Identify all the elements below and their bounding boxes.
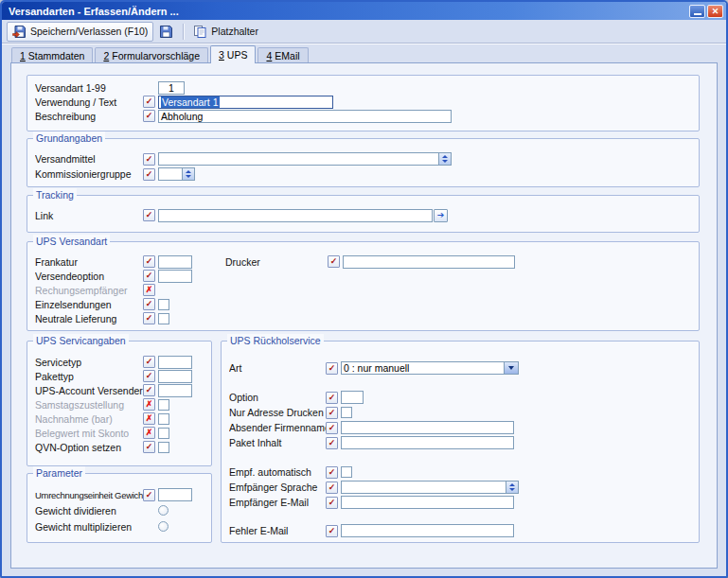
tab-stammdaten[interactable]: 1 Stammdaten [11, 47, 93, 62]
absender-active-toggle[interactable]: ✓ [326, 422, 338, 434]
nur-adresse-active-toggle[interactable]: ✓ [326, 407, 338, 419]
versendeoption-input[interactable] [158, 270, 192, 283]
link-open-button[interactable]: ➔ [434, 209, 448, 222]
pakettyp-input[interactable] [158, 370, 192, 383]
placeholder-copy-icon [193, 25, 207, 39]
spin-down-icon [509, 488, 515, 491]
einzelsendungen-row: Einzelsendungen ✓ [27, 297, 699, 311]
empf-automatisch-checkbox[interactable] [341, 466, 352, 478]
absender-input[interactable] [341, 421, 514, 434]
title-bar[interactable]: Versandarten - Erfassen/Ändern ... ✕ [2, 2, 726, 20]
tab-formularvorschlaege[interactable]: 2 Formularvorschläge [95, 47, 208, 62]
neutrale-lieferung-checkbox[interactable] [158, 313, 169, 324]
grundangaben-legend: Grundangaben [33, 131, 105, 145]
neutrale-lieferung-active-toggle[interactable]: ✓ [143, 312, 155, 324]
art-row: Art ✓ 0 : nur manuell [222, 360, 699, 376]
link-arrow-icon: ➔ [437, 211, 445, 219]
frankatur-active-toggle[interactable]: ✓ [143, 255, 155, 268]
versandmittel-active-toggle[interactable]: ✓ [143, 153, 155, 166]
save-button[interactable] [153, 22, 179, 42]
fehler-email-active-toggle[interactable]: ✓ [326, 525, 338, 537]
beschreibung-input[interactable]: Abholung [158, 110, 452, 123]
empfaenger-email-label: Empfänger E-Mail [229, 497, 326, 508]
paket-inhalt-active-toggle[interactable]: ✓ [326, 437, 338, 449]
belegwert-checkbox[interactable] [158, 428, 169, 439]
ups-account-active-toggle[interactable]: ✓ [143, 384, 155, 396]
option-input[interactable] [341, 391, 364, 404]
tab-label: EMail [275, 50, 299, 61]
versandmittel-spinner-button[interactable] [439, 152, 452, 166]
tab-ups[interactable]: 3 UPS [210, 45, 256, 63]
servicetyp-input[interactable] [158, 356, 192, 369]
nachnahme-checkbox[interactable] [158, 413, 169, 425]
pakettyp-active-toggle[interactable]: ✓ [143, 370, 155, 382]
kommissioniergruppe-row: Kommissioniergruppe ✓ [27, 166, 699, 182]
kommissioniergruppe-label: Kommissioniergruppe [35, 168, 143, 180]
empfaenger-sprache-spinner-button[interactable] [506, 481, 519, 494]
empfaenger-email-input[interactable] [341, 496, 514, 509]
fehler-email-input[interactable] [341, 524, 514, 537]
kommissioniergruppe-spinner-button[interactable] [183, 167, 195, 181]
versendeoption-active-toggle[interactable]: ✓ [143, 270, 155, 282]
tracking-legend: Tracking [33, 188, 77, 201]
einzelsendungen-checkbox[interactable] [158, 299, 169, 310]
tab-accelerator: 4 [266, 50, 272, 61]
window-close-button[interactable]: ✕ [707, 5, 723, 18]
art-dropdown-value[interactable]: 0 : nur manuell [341, 361, 505, 375]
beschreibung-row: Beschreibung ✓ Abholung [27, 109, 699, 123]
rechnungsempfaenger-active-toggle[interactable]: ✗ [143, 284, 155, 296]
versandmittel-row: Versandmittel ✓ [27, 151, 699, 166]
kommissioniergruppe-combo-input[interactable] [158, 167, 183, 181]
save-exit-label: Speichern/Verlassen (F10) [30, 26, 148, 37]
tab-email[interactable]: 4 EMail [257, 47, 308, 62]
einzelsendungen-active-toggle[interactable]: ✓ [143, 298, 155, 310]
gewicht-multiplizieren-radio[interactable] [158, 521, 169, 532]
qvn-option-checkbox[interactable] [158, 442, 169, 453]
drucker-active-toggle[interactable]: ✓ [328, 255, 340, 268]
link-label: Link [35, 210, 143, 221]
art-active-toggle[interactable]: ✓ [326, 362, 338, 375]
link-input[interactable] [158, 209, 433, 222]
empfaenger-sprache-active-toggle[interactable]: ✓ [326, 482, 338, 494]
ups-account-input[interactable] [158, 384, 192, 397]
verwendung-input[interactable]: Versandart 1 [158, 96, 333, 109]
empf-automatisch-active-toggle[interactable]: ✓ [326, 466, 338, 479]
link-active-toggle[interactable]: ✓ [143, 209, 155, 221]
gewicht-dividieren-row: Gewicht dividieren [27, 502, 211, 518]
nur-adresse-checkbox[interactable] [341, 407, 352, 418]
save-exit-button[interactable]: Speichern/Verlassen (F10) [7, 22, 153, 42]
qvn-option-row: QVN-Option setzen ✓ [27, 440, 211, 454]
umrechnung-active-toggle[interactable]: ✓ [143, 489, 155, 501]
nachnahme-active-toggle[interactable]: ✗ [143, 412, 155, 425]
samstagszustellung-active-toggle[interactable]: ✗ [143, 398, 155, 411]
belegwert-active-toggle[interactable]: ✗ [143, 427, 155, 439]
einzelsendungen-label: Einzelsendungen [35, 299, 143, 310]
minimize-icon [694, 7, 701, 15]
art-dropdown-button[interactable] [505, 361, 519, 375]
spacer [222, 450, 699, 464]
samstagszustellung-checkbox[interactable] [158, 399, 169, 411]
fehler-email-label: Fehler E-Mail [229, 525, 326, 536]
umrechnung-input[interactable] [158, 488, 192, 501]
empfaenger-email-active-toggle[interactable]: ✓ [326, 497, 338, 509]
pakettyp-row: Pakettyp ✓ [27, 369, 211, 383]
frankatur-input[interactable] [158, 255, 192, 269]
gewicht-dividieren-radio[interactable] [158, 505, 169, 516]
kommissioniergruppe-active-toggle[interactable]: ✓ [143, 168, 155, 181]
save-exit-icon [12, 25, 27, 39]
drucker-input[interactable] [343, 255, 515, 269]
servicetyp-active-toggle[interactable]: ✓ [143, 356, 155, 368]
beschreibung-active-toggle[interactable]: ✓ [143, 110, 155, 122]
option-active-toggle[interactable]: ✓ [326, 392, 338, 404]
verwendung-active-toggle[interactable]: ✓ [143, 96, 155, 108]
qvn-option-active-toggle[interactable]: ✓ [143, 441, 155, 453]
paket-inhalt-input[interactable] [341, 436, 514, 449]
empfaenger-sprache-label: Emfpänger Sprache [229, 482, 326, 493]
tab-accelerator: 2 [103, 50, 109, 61]
versandart-number-field[interactable]: 1 [158, 81, 185, 95]
versandmittel-combo-input[interactable] [158, 152, 439, 166]
window-minimize-button[interactable] [689, 5, 705, 18]
empfaenger-sprache-combo-input[interactable] [341, 481, 506, 494]
absender-label: Absender Firmenname [229, 422, 326, 433]
platzhalter-button[interactable]: Platzhalter [187, 22, 264, 42]
